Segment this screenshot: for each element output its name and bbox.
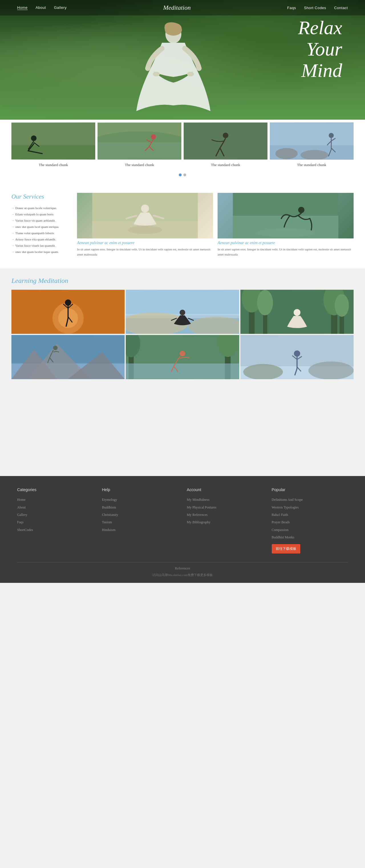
learning-svg-3 — [241, 290, 354, 334]
footer-account-links: My Mindfulness My Physical Postures My R… — [187, 496, 263, 526]
svg-point-87 — [243, 364, 283, 379]
footer-link-shortcodes[interactable]: ShortCodes — [17, 528, 33, 532]
download-template-button[interactable]: 前往下载模板 — [272, 544, 300, 554]
footer-popular: Popular Definitions And Scope Western Ty… — [272, 488, 348, 553]
footer-link-definitions[interactable]: Definitions And Scope — [272, 498, 303, 502]
svg-point-44 — [65, 300, 71, 306]
footer-link-monks[interactable]: Buddhist Monks — [272, 535, 294, 539]
svg-point-73 — [53, 345, 58, 350]
footer-link-about[interactable]: About — [17, 505, 26, 509]
slide-3-caption: The standard chunk — [184, 159, 268, 170]
footer-link-mindfulness[interactable]: My Mindfulness — [187, 498, 209, 502]
hero-person-illustration — [128, 11, 219, 120]
footer-link-faqs[interactable]: Faqs — [17, 520, 24, 524]
slide-2[interactable]: The standard chunk — [97, 123, 181, 170]
service-title-1: Aenean pulvinar ac enim et posuere — [77, 241, 213, 245]
service-item-2: Etlam volutpatb lo quam borts — [11, 211, 68, 217]
nav-about[interactable]: About — [36, 5, 46, 10]
footer-help-title: Help — [102, 488, 178, 492]
service-image-block-1: Aenean pulvinar ac enim et posuere In si… — [77, 193, 213, 257]
slider-grid: The standard chunk The standard chunk — [11, 120, 354, 170]
svg-point-6 — [31, 135, 37, 141]
slide-3[interactable]: The standard chunk — [184, 123, 268, 170]
svg-point-23 — [276, 148, 298, 159]
slide-1-image — [11, 123, 95, 159]
learning-grid — [11, 290, 354, 379]
footer-link-hinduism[interactable]: Hinduism — [102, 528, 115, 532]
svg-point-66 — [335, 294, 349, 317]
service-item-8: onec dut quam lsceler isque quam. — [11, 249, 68, 255]
slide-1-caption: The standard chunk — [11, 159, 95, 170]
svg-point-88 — [308, 362, 354, 379]
svg-point-13 — [97, 131, 181, 159]
footer-link-gallery[interactable]: Gallery — [17, 513, 27, 517]
service-desc-1: In sit amet sapien eros. Integer in tinc… — [77, 247, 213, 257]
learning-img-3[interactable] — [241, 290, 354, 334]
svg-point-25 — [329, 133, 334, 138]
learning-img-5[interactable] — [126, 335, 239, 379]
nav-shortcodes[interactable]: Short Codes — [304, 6, 326, 10]
footer-link-buddhism[interactable]: Buddhism — [102, 505, 116, 509]
footer-categories-links: Home About Gallery Faqs ShortCodes — [17, 496, 93, 533]
service-item-1: Donec ut quam lscele volutrique. — [11, 205, 68, 211]
footer-link-taoism[interactable]: Taoism — [102, 520, 112, 524]
footer-link-home[interactable]: Home — [17, 498, 25, 502]
svg-point-20 — [223, 133, 228, 138]
svg-rect-81 — [126, 364, 239, 379]
learning-img-6[interactable] — [241, 335, 354, 379]
nav-faqs[interactable]: Faqs — [287, 6, 296, 10]
services-title: Our Services — [11, 193, 68, 200]
footer-copyright: 访问山马驿bbs.danlao.com免费下载更多模板 — [17, 573, 348, 577]
footer-link-references[interactable]: My References — [187, 513, 207, 517]
navbar: Home About Gallery Meditation Faqs Short… — [0, 0, 365, 16]
svg-point-24 — [301, 150, 329, 159]
footer-account: Account My Mindfulness My Physical Postu… — [187, 488, 263, 553]
learning-img-2[interactable] — [126, 290, 239, 334]
svg-point-40 — [257, 228, 314, 237]
slide-2-caption: The standard chunk — [97, 159, 181, 170]
footer-link-compassion[interactable]: Compassion — [272, 528, 288, 532]
footer-link-bahai[interactable]: Baha'i Faith — [272, 513, 288, 517]
svg-point-1 — [153, 72, 160, 76]
slide-3-svg — [184, 123, 268, 159]
footer-link-western[interactable]: Western Typologies — [272, 505, 299, 509]
service-image-1 — [77, 193, 213, 239]
slide-1[interactable]: The standard chunk — [11, 123, 95, 170]
service-title-2: Aenean pulvinar ac enim et posuere — [218, 241, 354, 245]
slide-4[interactable]: The standard chunk — [270, 123, 354, 170]
footer-grid: Categories Home About Gallery Faqs Short… — [17, 488, 348, 553]
svg-point-39 — [298, 207, 305, 213]
site-logo: Meditation — [163, 4, 191, 11]
svg-rect-5 — [11, 145, 95, 159]
dot-1[interactable] — [179, 174, 181, 176]
slide-2-svg — [97, 123, 181, 159]
meditation-svg-2 — [218, 193, 354, 239]
nav-gallery[interactable]: Gallery — [54, 5, 67, 10]
footer-link-christianity[interactable]: Christianity — [102, 513, 118, 517]
service-item-6: Ariusy fusce vita quam eblandit. — [11, 236, 68, 242]
service-item-4: onec dut quam lscel quam enriqua. — [11, 224, 68, 230]
learning-img-4[interactable] — [11, 335, 124, 379]
footer-link-prayer[interactable]: Prayer Beads — [272, 520, 290, 524]
footer-categories-title: Categories — [17, 488, 93, 492]
learning-section: Learning Meditation — [0, 268, 365, 391]
footer-categories: Categories Home About Gallery Faqs Short… — [17, 488, 93, 553]
learning-img-1[interactable] — [11, 290, 124, 334]
nav-contact[interactable]: Contact — [334, 6, 348, 10]
svg-point-2 — [187, 72, 194, 76]
svg-point-67 — [293, 309, 300, 316]
slide-1-svg — [11, 123, 95, 159]
hero-text: Relax Your Mind — [298, 17, 342, 81]
slide-4-svg — [270, 123, 354, 159]
footer-help: Help Etymology Buddhism Christianity Tao… — [102, 488, 178, 553]
footer-link-etymology[interactable]: Etymology — [102, 498, 117, 502]
nav-home[interactable]: Home — [17, 5, 28, 10]
footer-popular-title: Popular — [272, 488, 348, 492]
footer-link-bibliography[interactable]: My Bibliography — [187, 520, 210, 524]
footer-account-title: Account — [187, 488, 263, 492]
learning-svg-1 — [11, 290, 124, 334]
dot-2[interactable] — [184, 174, 186, 176]
nav-left: Home About Gallery — [17, 5, 67, 10]
svg-point-33 — [141, 205, 149, 213]
footer-link-postures[interactable]: My Physical Postures — [187, 505, 217, 509]
